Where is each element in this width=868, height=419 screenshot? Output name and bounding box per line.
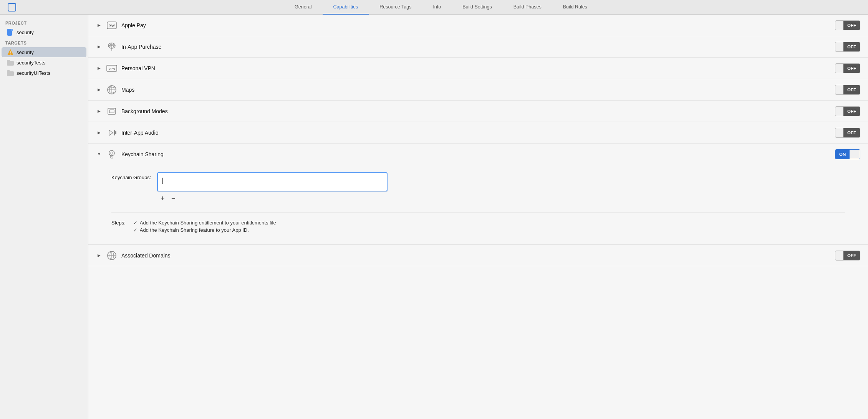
sidebar-item-security-tests[interactable]: securityTests — [2, 58, 86, 68]
toggle-background[interactable]: OFF — [835, 106, 860, 116]
tab-resource-tags[interactable]: Resource Tags — [369, 0, 422, 15]
svg-rect-8 — [7, 70, 10, 72]
capability-row-vpn: ▶ VPN Personal VPN OFF — [88, 58, 868, 79]
capability-header-keychain: ▼ Keychain Sharing ON — [88, 144, 868, 165]
chevron-associated[interactable]: ▶ — [96, 252, 102, 259]
apple-pay-name: Apple Pay — [121, 22, 835, 28]
folder-icon-tests — [7, 59, 14, 66]
svg-rect-27 — [115, 131, 116, 134]
steps-section: Steps: ✓ Add the Keychain Sharing entitl… — [111, 217, 845, 233]
toggle-keychain-right — [850, 150, 860, 159]
chevron-apple-pay[interactable]: ▶ — [96, 22, 102, 28]
security-tests-label: securityTests — [17, 60, 45, 66]
capability-header-vpn: ▶ VPN Personal VPN OFF — [88, 58, 868, 79]
project-file-icon — [7, 29, 13, 36]
toggle-keychain-label: ON — [835, 150, 850, 159]
maps-name: Maps — [121, 87, 835, 93]
project-icon — [7, 29, 14, 36]
vpn-icon: VPN — [106, 63, 118, 74]
chevron-maps[interactable]: ▶ — [96, 87, 102, 93]
capability-row-keychain: ▼ Keychain Sharing ON — [88, 144, 868, 245]
keychain-groups-right: + − — [157, 172, 388, 205]
toggle-associated[interactable]: OFF — [835, 251, 860, 261]
step-text-1: Add the Keychain Sharing entitlement to … — [140, 220, 276, 226]
maps-icon — [106, 84, 118, 96]
toggle-vpn[interactable]: OFF — [835, 63, 860, 73]
text-cursor — [162, 178, 163, 184]
sidebar-item-security-target[interactable]: ! security — [2, 47, 86, 57]
in-app-name: In-App Purchase — [121, 44, 835, 50]
tab-build-phases[interactable]: Build Phases — [503, 0, 552, 15]
toggle-in-app[interactable]: OFF — [835, 42, 860, 52]
folder-icon — [7, 60, 14, 66]
tab-capabilities[interactable]: Capabilities — [323, 0, 369, 15]
target-security-label: security — [17, 49, 34, 55]
svg-text:PAY: PAY — [108, 24, 115, 28]
capability-row-maps: ▶ Maps OFF — [88, 79, 868, 101]
svg-rect-2 — [11, 29, 13, 31]
step-item-2: ✓ Add the Keychain Sharing feature to yo… — [133, 227, 276, 233]
in-app-purchase-icon — [106, 41, 118, 53]
toggle-background-label: OFF — [843, 107, 860, 116]
audio-name: Inter-App Audio — [121, 130, 835, 136]
svg-text:VPN: VPN — [109, 67, 115, 71]
tab-general[interactable]: General — [284, 0, 322, 15]
sidebar-item-project[interactable]: security — [2, 27, 86, 37]
tab-info[interactable]: Info — [422, 0, 452, 15]
keychain-table-row — [161, 175, 384, 186]
chevron-background[interactable]: ▶ — [96, 108, 102, 114]
keychain-table-inner[interactable] — [158, 173, 387, 188]
toggle-apple-pay[interactable]: OFF — [835, 20, 860, 30]
targets-section-label: TARGETS — [0, 38, 88, 47]
step-check-2: ✓ — [133, 227, 137, 233]
toggle-keychain[interactable]: ON — [835, 149, 860, 159]
svg-text:!: ! — [10, 51, 11, 55]
chevron-in-app[interactable]: ▶ — [96, 44, 102, 50]
toggle-maps[interactable]: OFF — [835, 85, 860, 95]
capability-row-apple-pay: ▶ PAY Apple Pay OFF — [88, 15, 868, 36]
toggle-audio-label: OFF — [843, 128, 860, 137]
keychain-icon — [106, 148, 118, 160]
keychain-body: Keychain Groups: + − — [88, 165, 868, 244]
associated-domains-icon — [106, 250, 118, 261]
svg-point-29 — [111, 152, 113, 154]
tab-items: General Capabilities Resource Tags Info … — [22, 0, 860, 15]
toggle-associated-label: OFF — [843, 251, 860, 260]
toggle-vpn-label: OFF — [843, 64, 860, 73]
chevron-audio[interactable]: ▶ — [96, 130, 102, 136]
target-icon: ! — [7, 49, 14, 56]
step-check-1: ✓ — [133, 220, 137, 226]
keychain-groups-row: Keychain Groups: + − — [111, 172, 845, 205]
capability-row-background-modes: ▶ Background Modes OFF — [88, 101, 868, 122]
capability-header-in-app: ▶ In-App Purchase OFF — [88, 36, 868, 57]
capability-header-apple-pay: ▶ PAY Apple Pay OFF — [88, 15, 868, 36]
capability-row-associated-domains: ▶ Associated Domains OFF — [88, 245, 868, 266]
keychain-name: Keychain Sharing — [121, 151, 835, 157]
capability-header-background: ▶ Background Modes OFF — [88, 101, 868, 122]
toggle-audio[interactable]: OFF — [835, 128, 860, 138]
keychain-remove-button[interactable]: − — [168, 194, 179, 203]
chevron-vpn[interactable]: ▶ — [96, 65, 102, 71]
capability-row-in-app-purchase: ▶ In-App Purchase OFF — [88, 36, 868, 58]
keychain-groups-label: Keychain Groups: — [111, 172, 151, 180]
step-item-1: ✓ Add the Keychain Sharing entitlement t… — [133, 220, 276, 226]
chevron-keychain[interactable]: ▼ — [96, 151, 102, 157]
toggle-in-app-label: OFF — [843, 42, 860, 51]
svg-rect-6 — [7, 60, 10, 62]
keychain-actions: + − — [157, 191, 388, 205]
background-name: Background Modes — [121, 108, 835, 114]
content-area: ▶ PAY Apple Pay OFF ▶ — [88, 15, 868, 419]
keychain-table — [157, 172, 388, 191]
capability-row-inter-app-audio: ▶ Inter-App Audio OFF — [88, 122, 868, 144]
tab-build-rules[interactable]: Build Rules — [552, 0, 598, 15]
tab-build-settings[interactable]: Build Settings — [452, 0, 502, 15]
security-ui-tests-label: securityUITests — [17, 70, 50, 76]
svg-rect-26 — [114, 130, 115, 135]
steps-items: ✓ Add the Keychain Sharing entitlement t… — [133, 220, 276, 233]
tab-bar: General Capabilities Resource Tags Info … — [0, 0, 868, 15]
background-modes-icon — [106, 106, 118, 117]
apple-pay-icon: PAY — [106, 20, 118, 31]
sidebar-item-security-ui-tests[interactable]: securityUITests — [2, 68, 86, 78]
svg-marker-25 — [109, 130, 113, 135]
keychain-add-button[interactable]: + — [157, 194, 168, 203]
